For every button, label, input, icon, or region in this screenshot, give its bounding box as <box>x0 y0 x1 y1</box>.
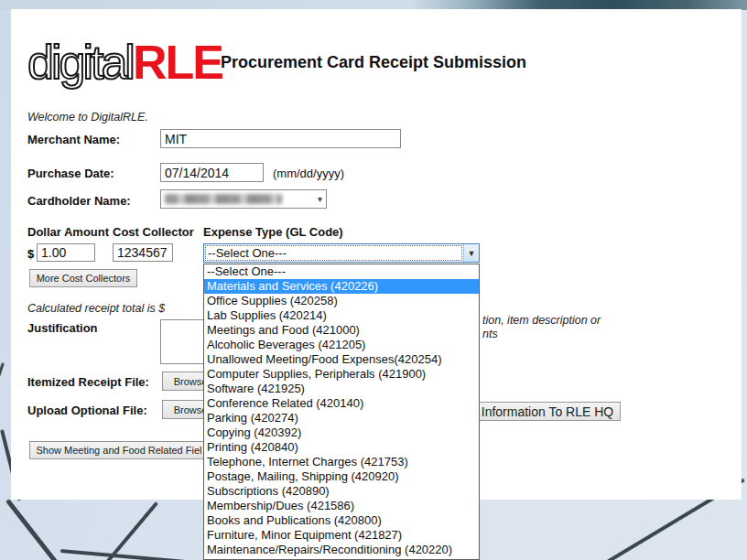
expense-option[interactable]: Alcoholic Beverages (421205) <box>204 338 479 352</box>
logo: digital RLE <box>27 38 222 86</box>
cardholder-redacted-value <box>165 194 282 204</box>
chevron-down-icon: ▾ <box>314 194 326 204</box>
page-title: Procurement Card Receipt Submission <box>221 53 526 72</box>
expense-option[interactable]: Parking (420274) <box>204 411 479 425</box>
expense-option[interactable]: Printing (420840) <box>204 440 479 455</box>
dollar-amount-input[interactable] <box>37 243 95 262</box>
expense-option[interactable]: Conference Related (420140) <box>204 396 479 411</box>
cost-collector-input[interactable] <box>113 243 173 262</box>
currency-symbol: $ <box>27 247 34 261</box>
dollar-amount-header: Dollar Amount <box>27 225 109 239</box>
welcome-text: Welcome to DigitalRLE. <box>27 111 148 124</box>
expense-option[interactable]: Meetings and Food (421000) <box>204 323 479 338</box>
purchase-date-label: Purchase Date: <box>27 167 114 180</box>
expense-option[interactable]: Telephone, Internet Charges (421753) <box>204 455 479 469</box>
logo-rle-text: RLE <box>133 38 222 86</box>
show-meeting-food-fields-button[interactable]: Show Meeting and Food Related Fiel <box>29 441 209 459</box>
date-format-hint: (mm/dd/yyyy) <box>273 167 344 180</box>
expense-option[interactable]: Postage, Mailing, Shipping (420920) <box>204 469 479 484</box>
expense-option[interactable]: Furniture, Minor Equipment (421827) <box>204 528 479 543</box>
expense-option[interactable]: --Select One--- <box>204 264 479 279</box>
upload-optional-file-label: Upload Optional File: <box>27 404 147 417</box>
expense-option[interactable]: Office Supplies (420258) <box>204 294 479 308</box>
expense-option[interactable]: Copying (420392) <box>204 425 479 440</box>
expense-option[interactable]: Computer Supplies, Peripherals (421900) <box>204 367 479 382</box>
submit-to-rle-hq-button[interactable]: Information To RLE HQ <box>474 402 621 421</box>
calculated-total-text: Calculated receipt total is $ <box>27 302 165 315</box>
expense-type-listbox[interactable]: --Select One---Materials and Services (4… <box>203 264 480 560</box>
hint-text-fragment-1: tion, item description or <box>482 314 601 327</box>
background-branch <box>0 362 5 425</box>
background-branch <box>60 549 223 560</box>
cardholder-select[interactable]: ▾ <box>160 189 327 209</box>
expense-type-selected-value: --Select One--- <box>205 245 462 261</box>
expense-option[interactable]: Subscriptions (420890) <box>204 484 479 499</box>
logo-digital-text: digital <box>27 38 133 86</box>
merchant-name-input[interactable] <box>160 129 401 148</box>
expense-option[interactable]: Books and Publications (420800) <box>204 513 479 528</box>
hint-text-fragment-2: nts <box>482 328 498 340</box>
expense-type-select[interactable]: --Select One--- ▼ <box>203 243 480 263</box>
more-cost-collectors-button[interactable]: More Cost Collectors <box>29 269 137 287</box>
merchant-name-label: Merchant Name: <box>27 133 120 146</box>
expense-option[interactable]: Materials and Services (420226) <box>204 279 479 294</box>
background-branch <box>5 499 61 560</box>
expense-option[interactable]: Maintenance/Repairs/Reconditioning (4202… <box>204 543 479 557</box>
chevron-down-icon: ▼ <box>468 249 476 258</box>
expense-option[interactable]: Unallowed Meeting/Food Expenses(420254) <box>204 352 479 367</box>
cardholder-name-label: Cardholder Name: <box>27 194 131 208</box>
expense-dropdown-button[interactable]: ▼ <box>463 244 479 262</box>
expense-option[interactable]: Software (421925) <box>204 382 479 396</box>
purchase-date-input[interactable] <box>160 163 264 182</box>
justification-label: Justification <box>27 321 98 335</box>
expense-option[interactable]: Membership/Dues (421586) <box>204 499 479 513</box>
itemized-receipt-file-label: Itemized Receipt File: <box>27 375 149 389</box>
cost-collector-header: Cost Collector <box>113 225 194 239</box>
background-branch <box>99 501 158 560</box>
expense-type-header: Expense Type (GL Code) <box>203 225 343 239</box>
expense-option[interactable]: Lab Supplies (420214) <box>204 308 479 323</box>
